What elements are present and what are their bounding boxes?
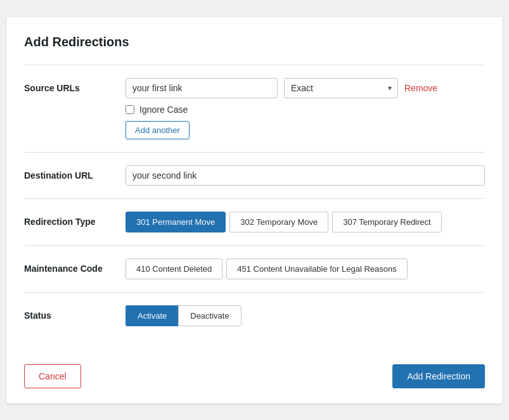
maintenance-code-buttons: 410 Content Deleted 451 Content Unavaila… xyxy=(126,258,485,279)
remove-button[interactable]: Remove xyxy=(404,83,437,93)
ignore-case-row: Ignore Case xyxy=(126,105,485,115)
match-type-select[interactable]: Exact Regex Prefix xyxy=(284,78,398,98)
status-label: Status xyxy=(24,305,126,321)
ignore-case-label[interactable]: Ignore Case xyxy=(139,105,188,115)
deactivate-button[interactable]: Deactivate xyxy=(178,305,241,326)
status-buttons: Activate Deactivate xyxy=(126,305,485,326)
redirection-type-buttons: 301 Permanent Move 302 Temporary Move 30… xyxy=(126,212,485,232)
maintenance-code-label: Maintenance Code xyxy=(24,258,126,274)
source-urls-row: Source URLs Exact Regex Prefix ▾ Remove … xyxy=(24,65,485,152)
match-type-select-wrapper: Exact Regex Prefix ▾ xyxy=(284,78,398,98)
redirection-type-content: 301 Permanent Move 302 Temporary Move 30… xyxy=(126,212,485,232)
source-url-input[interactable] xyxy=(126,78,278,98)
activate-button[interactable]: Activate xyxy=(126,305,178,326)
type-301-button[interactable]: 301 Permanent Move xyxy=(126,212,226,232)
add-redirections-modal: Add Redirections Source URLs Exact Regex… xyxy=(6,17,503,404)
add-redirection-button[interactable]: Add Redirection xyxy=(392,364,485,388)
redirection-type-row: Redirection Type 301 Permanent Move 302 … xyxy=(24,198,485,245)
status-row: Status Activate Deactivate xyxy=(24,292,485,339)
source-urls-content: Exact Regex Prefix ▾ Remove Ignore Case … xyxy=(126,78,485,139)
redirection-type-label: Redirection Type xyxy=(24,212,126,227)
add-another-button[interactable]: Add another xyxy=(126,121,190,139)
modal-footer: Cancel Add Redirection xyxy=(24,354,485,388)
maintenance-code-content: 410 Content Deleted 451 Content Unavaila… xyxy=(126,258,485,279)
destination-url-input[interactable] xyxy=(126,165,485,186)
status-content: Activate Deactivate xyxy=(126,305,485,326)
maint-451-button[interactable]: 451 Content Unavailable for Legal Reason… xyxy=(226,258,408,279)
cancel-button[interactable]: Cancel xyxy=(24,364,81,388)
maintenance-code-row: Maintenance Code 410 Content Deleted 451… xyxy=(24,245,485,292)
destination-url-content xyxy=(126,165,485,186)
maint-410-button[interactable]: 410 Content Deleted xyxy=(126,258,222,279)
type-302-button[interactable]: 302 Temporary Move xyxy=(229,212,328,232)
type-307-button[interactable]: 307 Temporary Redirect xyxy=(332,212,442,232)
modal-title: Add Redirections xyxy=(24,35,485,49)
source-urls-label: Source URLs xyxy=(24,78,126,93)
source-url-input-row: Exact Regex Prefix ▾ Remove xyxy=(126,78,485,98)
destination-url-label: Destination URL xyxy=(24,165,126,181)
ignore-case-checkbox[interactable] xyxy=(126,105,134,114)
destination-url-row: Destination URL xyxy=(24,152,485,198)
